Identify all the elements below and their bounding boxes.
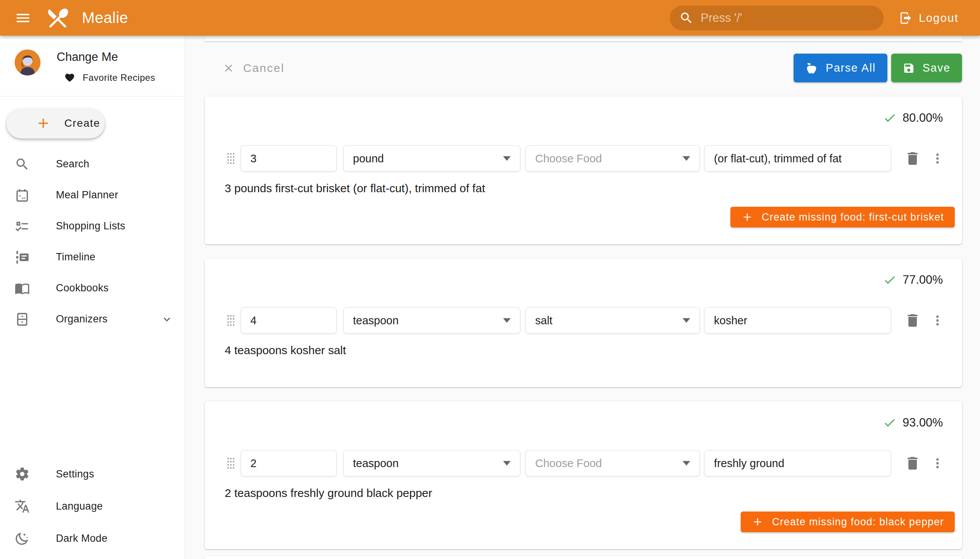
food-select[interactable]: salt <box>526 308 700 334</box>
avatar[interactable] <box>15 50 41 75</box>
caret-down-icon <box>683 461 690 466</box>
create-missing-food-label: Create missing food: first-cut brisket <box>762 211 944 223</box>
favorite-recipes-link[interactable]: Favorite Recipes <box>57 72 155 83</box>
save-label: Save <box>922 62 950 74</box>
sidebar-nav: Search Meal Planner Shopping Lists Timel… <box>0 149 185 335</box>
ingredient-fields-row: teaspoon Choose Food <box>205 450 962 476</box>
plus-icon <box>741 211 754 223</box>
food-select[interactable]: Choose Food <box>526 450 700 476</box>
note-input[interactable] <box>704 450 891 476</box>
hamburger-menu-icon[interactable] <box>14 9 32 27</box>
create-missing-food-label: Create missing food: black pepper <box>772 516 944 528</box>
food-select[interactable]: Choose Food <box>526 146 700 172</box>
original-ingredient-text: 3 pounds first-cut brisket (or flat-cut)… <box>205 182 962 195</box>
moon-icon <box>15 531 30 546</box>
sidebar-item-organizers[interactable]: Organizers <box>0 304 185 335</box>
cancel-label: Cancel <box>243 62 284 74</box>
sidebar-item-label: Organizers <box>56 313 107 325</box>
create-missing-food-button[interactable]: Create missing food: black pepper <box>741 511 955 532</box>
unit-value: teaspoon <box>353 457 498 470</box>
parse-all-button[interactable]: Parse All <box>793 54 887 82</box>
sidebar-item-label: Dark Mode <box>56 533 107 544</box>
note-input[interactable] <box>704 146 891 172</box>
note-input[interactable] <box>704 308 891 334</box>
sidebar: Change Me Favorite Recipes Create Search <box>0 36 185 559</box>
sidebar-item-shopping-lists[interactable]: Shopping Lists <box>0 210 185 241</box>
drag-handle-icon[interactable] <box>226 457 235 470</box>
unit-value: pound <box>353 152 498 165</box>
main-content: Cancel Parse All Save 80 <box>185 36 980 559</box>
plus-icon <box>35 115 51 131</box>
sidebar-item-timeline[interactable]: Timeline <box>0 241 185 273</box>
unit-select[interactable]: teaspoon <box>344 450 520 476</box>
check-icon <box>883 416 897 430</box>
sidebar-item-settings[interactable]: Settings <box>0 458 185 490</box>
save-button[interactable]: Save <box>891 54 962 82</box>
file-cabinet-icon <box>15 312 30 327</box>
ingredient-card: 80.00% pound Choose Food <box>205 96 962 244</box>
user-block: Change Me Favorite Recipes <box>0 36 185 83</box>
delete-button[interactable] <box>904 150 921 167</box>
card-partial-top <box>205 36 962 41</box>
parser-toolbar: Cancel Parse All Save <box>205 54 962 82</box>
sidebar-divider <box>0 96 185 96</box>
sidebar-item-language[interactable]: Language <box>0 490 185 522</box>
unit-value: teaspoon <box>353 314 498 327</box>
sidebar-item-search[interactable]: Search <box>0 149 185 180</box>
calendar-icon <box>15 188 30 203</box>
sidebar-item-dark-mode[interactable]: Dark Mode <box>0 522 185 554</box>
kebab-menu-button[interactable] <box>930 150 945 167</box>
sidebar-item-label: Language <box>56 500 103 512</box>
sidebar-item-label: Cookbooks <box>56 282 109 294</box>
food-placeholder: Choose Food <box>535 457 678 470</box>
confidence-value: 77.00% <box>903 273 943 287</box>
parse-all-label: Parse All <box>826 62 876 74</box>
sidebar-item-cookbooks[interactable]: Cookbooks <box>0 273 185 304</box>
logout-button[interactable]: Logout <box>893 11 959 25</box>
delete-button[interactable] <box>904 312 921 329</box>
book-open-icon <box>15 281 30 296</box>
amount-input[interactable] <box>241 450 337 476</box>
confidence-row: 93.00% <box>205 415 962 430</box>
heart-icon <box>64 72 75 83</box>
sidebar-item-meal-planner[interactable]: Meal Planner <box>0 180 185 210</box>
favorite-recipes-label: Favorite Recipes <box>83 72 155 83</box>
create-button[interactable]: Create <box>6 108 105 139</box>
sidebar-item-label: Timeline <box>56 251 95 263</box>
gear-icon <box>15 466 30 482</box>
timeline-icon <box>15 250 30 265</box>
sidebar-item-label: Meal Planner <box>56 189 118 201</box>
sidebar-item-label: Search <box>56 158 89 170</box>
sidebar-item-label: Settings <box>56 468 94 480</box>
original-ingredient-text: 2 teaspoons freshly ground black pepper <box>205 486 962 500</box>
global-search-input[interactable]: Press '/' <box>670 6 884 30</box>
check-icon <box>883 273 897 287</box>
food-value: salt <box>535 314 678 327</box>
appbar: Mealie Press '/' Logout <box>0 0 980 36</box>
drag-handle-icon[interactable] <box>226 152 235 165</box>
sidebar-footer: Settings Language Dark Mode <box>0 458 185 554</box>
check-icon <box>883 111 897 125</box>
kebab-menu-button[interactable] <box>930 455 945 472</box>
amount-input[interactable] <box>241 308 337 334</box>
user-name: Change Me <box>57 50 155 64</box>
delete-button[interactable] <box>904 455 921 472</box>
create-missing-food-button[interactable]: Create missing food: first-cut brisket <box>730 207 955 227</box>
caret-down-icon <box>503 318 511 323</box>
checklist-icon <box>15 218 30 234</box>
caret-down-icon <box>683 318 690 323</box>
card-partial-bottom <box>205 556 962 559</box>
confidence-value: 80.00% <box>903 111 943 125</box>
logout-icon <box>899 11 912 25</box>
ingredient-fields-row: teaspoon salt <box>205 308 962 334</box>
drag-handle-icon[interactable] <box>226 314 235 327</box>
kebab-menu-button[interactable] <box>930 312 945 329</box>
unit-select[interactable]: pound <box>344 146 520 172</box>
ingredient-fields-row: pound Choose Food <box>205 146 962 172</box>
unit-select[interactable]: teaspoon <box>344 308 520 334</box>
amount-input[interactable] <box>241 146 337 172</box>
cancel-button[interactable]: Cancel <box>214 62 284 74</box>
create-label: Create <box>64 117 100 129</box>
ingredient-card: 77.00% teaspoon salt <box>205 258 962 387</box>
translate-icon <box>15 498 30 514</box>
